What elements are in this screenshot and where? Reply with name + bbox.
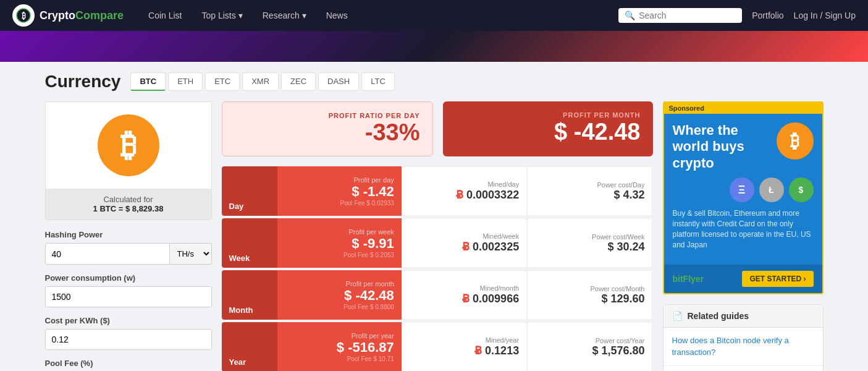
search-bar: 🔍 <box>618 8 742 23</box>
period-cell: Day <box>222 166 277 216</box>
currency-tab-dash[interactable]: DASH <box>318 72 359 91</box>
profit-label: Profit per month <box>285 280 394 288</box>
mining-rows-container: Day Profit per day $ -1.42 Pool Fee $ 0.… <box>222 166 653 371</box>
left-panel: ₿ Calculated for 1 BTC = $ 8,829.38 Hash… <box>45 101 212 371</box>
svg-text:₿: ₿ <box>22 11 26 20</box>
mining-row-month: Month Profit per month $ -42.48 Pool Fee… <box>222 270 653 320</box>
ad-card[interactable]: Sponsored Where the world buys crypto ₿ … <box>663 101 824 294</box>
currency-tab-ltc[interactable]: LTC <box>361 72 395 91</box>
profit-month-card: PROFIT PER MONTH $ -42.48 <box>443 101 653 156</box>
logo-icon: ₿ <box>12 4 35 27</box>
nav-top-lists[interactable]: Top Lists ▾ <box>192 0 253 31</box>
cost-kwh-label: Cost per KWh ($) <box>45 316 212 325</box>
power-value: $ 129.60 <box>535 292 644 305</box>
eth-coin-icon: Ξ <box>730 177 754 202</box>
btc-coin-icon-2: $ <box>789 177 814 202</box>
currency-tab-xmr[interactable]: XMR <box>242 72 279 91</box>
logo[interactable]: ₿ CryptoCompare <box>12 4 124 27</box>
nav-actions: Portfolio Log In / Sign Up <box>752 11 856 20</box>
guides-list: How does a Bitcoin node verify a transac… <box>664 328 823 371</box>
power-cell: Power cost/Year $ 1,576.80 <box>527 322 652 371</box>
coin-icon-area: ₿ <box>46 102 211 189</box>
period-label: Month <box>229 305 270 315</box>
profit-value: $ -516.87 <box>285 339 394 356</box>
power-value: $ 30.24 <box>535 241 644 254</box>
portfolio-link[interactable]: Portfolio <box>752 11 783 20</box>
search-input[interactable] <box>639 11 736 20</box>
ad-body: Where the world buys crypto ₿ Ξ Ł $ Buy … <box>664 114 822 265</box>
hashing-power-group: Hashing Power TH/s GH/s MH/s <box>45 230 212 265</box>
logo-text: CryptoCompare <box>40 9 124 22</box>
nav-news[interactable]: News <box>316 0 358 31</box>
guide-item[interactable]: How does a Bitcoin node verify a transac… <box>664 328 823 365</box>
profit-value: $ -42.48 <box>285 288 394 304</box>
profit-cell: Profit per month $ -42.48 Pool Fee $ 0.8… <box>277 270 402 320</box>
pool-fee-label: Pool Fee (%) <box>45 359 212 368</box>
period-cell: Year <box>222 322 277 371</box>
hashing-power-input[interactable] <box>45 243 170 265</box>
period-label: Year <box>229 357 270 367</box>
profit-label: Profit per week <box>285 228 394 236</box>
power-cell: Power cost/Month $ 129.60 <box>527 270 652 320</box>
power-value: $ 1,576.80 <box>535 344 644 357</box>
page-container: Currency BTCETHETCXMRZECDASHLTC ₿ Calcul… <box>33 62 836 371</box>
power-consumption-label: Power consumption (w) <box>45 273 212 283</box>
ad-headline: Where the world buys crypto <box>673 122 772 171</box>
mined-value: Ƀ 0.009966 <box>410 292 519 305</box>
pool-fee: Pool Fee $ 0.2053 <box>285 252 394 258</box>
pool-fee: Pool Fee $ 0.8800 <box>285 304 394 310</box>
coin-price-area: Calculated for 1 BTC = $ 8,829.38 <box>46 189 211 220</box>
profit-cell: Profit per day $ -1.42 Pool Fee $ 0.0293… <box>277 166 402 216</box>
btc-symbol: Ƀ <box>456 189 466 201</box>
guide-item[interactable]: What are Mining Rewards in Ethereum? <box>664 366 823 371</box>
nav-research[interactable]: Research ▾ <box>253 0 316 31</box>
ad-sponsored-label: Sponsored <box>664 103 822 114</box>
mined-label: Mined/week <box>410 232 519 240</box>
pool-fee: Pool Fee $ 0.02933 <box>285 200 394 207</box>
currency-tabs: BTCETHETCXMRZECDASHLTC <box>130 72 394 91</box>
currency-tab-eth[interactable]: ETH <box>168 72 203 91</box>
ad-cta-button[interactable]: GET STARTED › <box>742 271 813 287</box>
profit-label: Profit per day <box>285 176 394 184</box>
profit-cell: Profit per year $ -516.87 Pool Fee $ 10.… <box>277 322 402 371</box>
currency-header: Currency BTCETHETCXMRZECDASHLTC <box>45 72 824 92</box>
power-label: Power cost/Week <box>535 233 644 241</box>
mining-row-year: Year Profit per year $ -516.87 Pool Fee … <box>222 322 653 371</box>
document-icon: 📄 <box>672 311 683 321</box>
currency-tab-zec[interactable]: ZEC <box>281 72 316 91</box>
page-title: Currency <box>45 72 121 92</box>
profit-cell: Profit per week $ -9.91 Pool Fee $ 0.205… <box>277 218 402 268</box>
mined-label: Mined/day <box>410 181 519 188</box>
pool-fee-group: Pool Fee (%) <box>45 359 212 371</box>
period-cell: Week <box>222 218 277 268</box>
cost-kwh-input[interactable] <box>45 329 212 350</box>
mined-value: Ƀ 0.0003322 <box>410 188 519 202</box>
center-panel: PROFIT RATIO PER DAY -33% PROFIT PER MON… <box>222 101 653 371</box>
ad-footer: bitFlyer GET STARTED › <box>664 265 822 293</box>
currency-tab-btc[interactable]: BTC <box>130 72 166 91</box>
related-guides: 📄 Related guides How does a Bitcoin node… <box>663 304 824 371</box>
nav-coin-list[interactable]: Coin List <box>138 0 192 31</box>
ad-btc-icon: ₿ <box>777 122 814 160</box>
navbar: ₿ CryptoCompare Coin List Top Lists ▾ Re… <box>0 0 868 31</box>
ad-body-text: Buy & sell Bitcoin, Ethereum and more in… <box>673 208 814 250</box>
power-label: Power cost/Month <box>535 285 644 292</box>
hashing-unit-select[interactable]: TH/s GH/s MH/s <box>170 243 212 265</box>
currency-tab-etc[interactable]: ETC <box>205 72 240 91</box>
profit-label: Profit per year <box>285 332 394 339</box>
cost-kwh-group: Cost per KWh ($) <box>45 316 212 350</box>
power-label: Power cost/Year <box>535 337 644 344</box>
right-panel: Sponsored Where the world buys crypto ₿ … <box>663 101 824 371</box>
btc-symbol: Ƀ <box>474 344 485 357</box>
mined-value: Ƀ 0.002325 <box>410 240 519 254</box>
power-consumption-input[interactable] <box>45 286 212 307</box>
power-value: $ 4.32 <box>535 189 644 202</box>
power-consumption-group: Power consumption (w) <box>45 273 212 307</box>
power-cell: Power cost/Week $ 30.24 <box>527 218 652 268</box>
period-cell: Month <box>222 270 277 320</box>
btc-icon: ₿ <box>98 114 159 176</box>
profit-summary: PROFIT RATIO PER DAY -33% PROFIT PER MON… <box>222 101 653 156</box>
period-label: Day <box>229 202 270 211</box>
mined-label: Mined/month <box>410 284 519 292</box>
login-link[interactable]: Log In / Sign Up <box>794 11 856 20</box>
